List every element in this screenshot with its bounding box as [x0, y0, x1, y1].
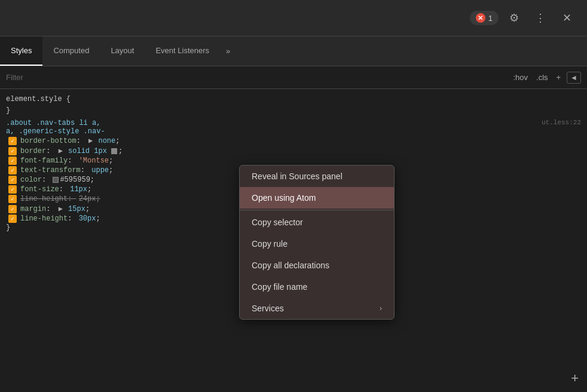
rule-location: ut.less:22	[542, 119, 581, 126]
prop-checkbox-border-bottom[interactable]: ✓	[8, 137, 17, 145]
menu-item-open-atom[interactable]: Open using Atom	[240, 187, 394, 209]
add-style-button[interactable]: +	[554, 72, 564, 83]
element-style-close: }	[6, 105, 581, 117]
top-bar: ✕ 1 ⚙ ⋮ ✕	[0, 0, 587, 36]
tab-event-listeners[interactable]: Event Listeners	[145, 36, 220, 66]
prop-checkbox-margin[interactable]: ✓	[8, 205, 17, 213]
context-menu-divider-1	[240, 210, 394, 210]
error-count: 1	[488, 14, 493, 23]
prop-border: ✓ border : ▶ solid 1px ;	[6, 146, 581, 156]
tab-layout[interactable]: Layout	[100, 36, 145, 66]
prop-checkbox-font-family[interactable]: ✓	[8, 157, 17, 165]
border-color-swatch	[111, 148, 117, 154]
error-icon: ✕	[476, 13, 485, 23]
toggle-panel-button[interactable]: ◄	[567, 72, 581, 84]
close-icon: ✕	[562, 11, 571, 24]
tabs-row: Styles Computed Layout Event Listeners »	[0, 36, 587, 66]
menu-item-copy-file-name[interactable]: Copy file name	[240, 276, 394, 298]
filter-input[interactable]	[6, 73, 506, 82]
settings-icon: ⚙	[509, 11, 519, 24]
close-button[interactable]: ✕	[556, 7, 577, 29]
prop-border-bottom: ✓ border-bottom : ▶ none ;	[6, 136, 581, 146]
filter-bar: :hov .cls + ◄	[0, 66, 587, 89]
prop-checkbox-color[interactable]: ✓	[8, 176, 17, 184]
element-style-block: element.style { }	[6, 94, 581, 117]
filter-actions: :hov .cls + ◄	[510, 72, 581, 84]
prop-checkbox-border[interactable]: ✓	[8, 147, 17, 155]
tab-styles[interactable]: Styles	[0, 36, 42, 66]
more-button[interactable]: ⋮	[530, 7, 551, 29]
more-icon: ⋮	[535, 11, 546, 24]
tab-more[interactable]: »	[220, 36, 236, 66]
menu-item-copy-rule[interactable]: Copy rule	[240, 233, 394, 255]
menu-item-services[interactable]: Services ›	[240, 298, 394, 319]
add-rule-button[interactable]: +	[571, 370, 579, 386]
context-menu: Reveal in Sources panel Open using Atom …	[239, 165, 395, 320]
color-swatch	[53, 177, 59, 183]
error-badge[interactable]: ✕ 1	[470, 11, 499, 25]
element-style-selector: element.style {	[6, 94, 581, 105]
menu-item-copy-selector[interactable]: Copy selector	[240, 212, 394, 233]
hov-button[interactable]: :hov	[510, 72, 530, 83]
prop-checkbox-font-size[interactable]: ✓	[8, 185, 17, 194]
prop-checkbox-text-transform[interactable]: ✓	[8, 166, 17, 174]
tab-computed[interactable]: Computed	[42, 36, 100, 66]
prop-font-family: ✓ font-family : 'Montse ;	[6, 156, 581, 166]
cls-button[interactable]: .cls	[534, 72, 551, 83]
services-arrow-icon: ›	[380, 304, 382, 313]
menu-item-reveal-sources[interactable]: Reveal in Sources panel	[240, 166, 394, 187]
prop-checkbox-line-height[interactable]: ✓	[8, 215, 17, 223]
rule-selector-cont: a, .generic-style .nav-	[6, 127, 581, 136]
prop-checkbox-line-height-struck[interactable]: ✓	[8, 195, 17, 203]
settings-button[interactable]: ⚙	[503, 7, 525, 29]
devtools-panel: Styles Computed Layout Event Listeners »…	[0, 36, 587, 392]
rule-selector: .about .nav-tabs li a,	[6, 119, 581, 127]
menu-item-copy-all-declarations[interactable]: Copy all declarations	[240, 255, 394, 276]
